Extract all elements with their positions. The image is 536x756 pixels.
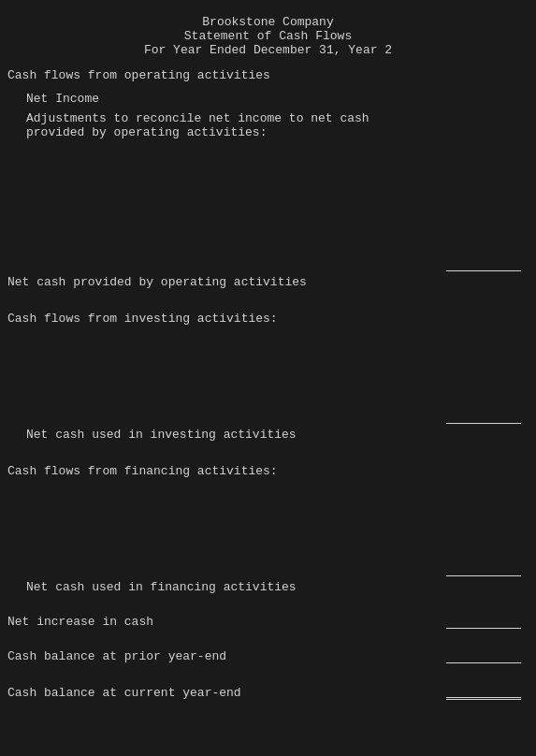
financing-header: Cash flows from financing activities:	[7, 464, 529, 478]
investing-section: Cash flows from investing activities: Ne…	[7, 312, 529, 442]
net-increase-row: Net increase in cash	[7, 613, 529, 629]
investing-total-label: Net cash used in investing activities	[7, 428, 297, 442]
investing-total-value	[446, 428, 521, 442]
financing-total-label: Net cash used in financing activities	[7, 580, 297, 594]
financing-subtotal-underline	[7, 560, 529, 576]
investing-header: Cash flows from investing activities:	[7, 312, 529, 326]
report-header: Brookstone Company Statement of Cash Flo…	[7, 15, 529, 57]
adjustments-sub-label: provided by operating activities:	[7, 125, 529, 139]
operating-subtotal-value	[446, 255, 521, 271]
financing-total-value	[446, 580, 521, 594]
prior-balance-row: Cash balance at prior year-end	[7, 647, 529, 663]
report-period: For Year Ended December 31, Year 2	[7, 43, 529, 57]
operating-total-row: Net cash provided by operating activitie…	[7, 275, 529, 289]
investing-line-items	[7, 329, 529, 404]
net-increase-label: Net increase in cash	[7, 615, 153, 629]
current-balance-label: Cash balance at current year-end	[7, 686, 241, 700]
investing-subtotal-value	[446, 408, 521, 424]
current-balance-value	[446, 682, 521, 700]
financing-subtotal-value	[446, 560, 521, 576]
prior-balance-value	[446, 647, 521, 663]
current-balance-row: Cash balance at current year-end	[7, 682, 529, 700]
operating-header: Cash flows from operating activities	[7, 68, 529, 82]
financing-total-row: Net cash used in financing activities	[7, 580, 529, 594]
investing-total-row: Net cash used in investing activities	[7, 428, 529, 442]
company-name: Brookstone Company	[7, 15, 529, 29]
operating-total-value	[446, 275, 521, 289]
net-increase-value	[446, 613, 521, 629]
prior-balance-label: Cash balance at prior year-end	[7, 649, 226, 663]
net-income-label: Net Income	[7, 92, 529, 106]
operating-line-items	[7, 139, 529, 252]
operating-subtotal-underline	[7, 255, 529, 271]
operating-section: Cash flows from operating activities Net…	[7, 68, 529, 289]
operating-total-label: Net cash provided by operating activitie…	[7, 275, 307, 289]
investing-subtotal-underline	[7, 408, 529, 424]
adjustments-label: Adjustments to reconcile net income to n…	[7, 111, 529, 125]
financing-line-items	[7, 482, 529, 557]
financing-section: Cash flows from financing activities: Ne…	[7, 464, 529, 594]
statement-title: Statement of Cash Flows	[7, 29, 529, 43]
